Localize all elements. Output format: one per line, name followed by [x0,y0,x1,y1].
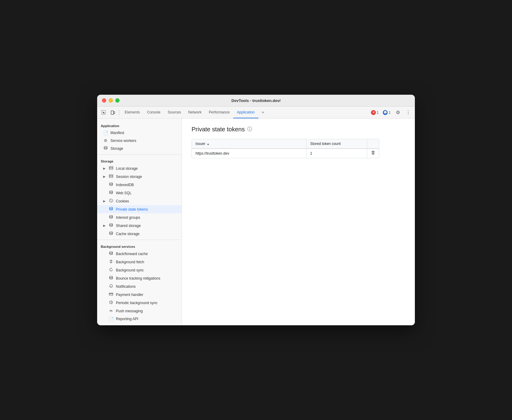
titlebar: DevTools - trusttoken.dev/ [97,95,415,107]
maximize-button[interactable] [115,98,120,103]
svg-point-11 [110,191,113,192]
notifications-icon [109,284,113,289]
sidebar-item-payment-handler[interactable]: Payment handler [97,290,182,299]
col-header-issuer[interactable]: Issuer ▲ [192,139,306,148]
sidebar-item-storage-app[interactable]: Storage [97,144,182,153]
sidebar-label-web-sql: Web SQL [116,191,132,195]
local-storage-icon [109,166,113,171]
tab-performance[interactable]: Performance [205,107,233,118]
sidebar-item-background-fetch[interactable]: Background fetch [97,258,182,266]
window-title: DevTools - trusttoken.dev/ [231,98,281,103]
delete-row-button[interactable] [369,149,377,158]
svg-rect-1 [111,111,113,114]
col-header-count: Stored token count [306,139,367,148]
sidebar-item-reporting-api[interactable]: 📄 Reporting API [97,315,182,323]
sidebar-label-interest-groups: Interest groups [116,215,140,220]
sidebar-item-bounce-tracking[interactable]: Bounce tracking mitigations [97,274,182,282]
sidebar-item-indexeddb[interactable]: IndexedDB [97,181,182,189]
cell-issuer: https://trusttoken.dev [192,149,306,158]
sidebar-section-background-services: Background services [97,242,182,250]
tab-console[interactable]: Console [143,107,164,118]
sidebar-item-session-storage[interactable]: ▶ Session storage [97,172,182,181]
sidebar-label-shared-storage: Shared storage [116,224,141,228]
info-badge-button[interactable]: 💬 1 [382,110,392,116]
cell-count: 1 [306,149,367,158]
toolbar-tabs: Elements Console Sources Network Perform… [121,107,369,118]
svg-point-21 [110,276,113,277]
reporting-api-icon: 📄 [109,317,113,321]
sidebar-item-push-messaging[interactable]: Push messaging [97,307,182,315]
cell-action [367,149,379,158]
sidebar-item-cache-storage[interactable]: Cache storage [97,230,182,238]
toolbar: Elements Console Sources Network Perform… [97,107,415,119]
sidebar-divider-2 [97,240,182,240]
svg-rect-4 [109,166,113,169]
sidebar-item-interest-groups[interactable]: Interest groups [97,213,182,221]
svg-rect-2 [113,112,115,114]
tab-more[interactable]: » [258,107,268,118]
tab-application[interactable]: Application [233,107,258,118]
svg-point-15 [111,200,112,200]
sidebar-label-manifest: Manifest [110,131,124,135]
sidebar-label-cache-storage: Cache storage [116,232,139,236]
tab-network[interactable]: Network [185,107,205,118]
tab-sources[interactable]: Sources [164,107,185,118]
sidebar-divider-1 [97,154,182,155]
more-options-button[interactable]: ⋮ [404,108,412,117]
settings-button[interactable]: ⚙ [394,108,402,117]
sidebar-label-back-forward-cache: Back/forward cache [116,252,148,256]
session-storage-icon [109,174,113,179]
periodic-background-sync-icon [109,300,113,305]
device-toolbar-button[interactable] [109,108,117,117]
background-sync-icon [109,267,113,273]
sidebar-label-payment-handler: Payment handler [116,293,143,297]
svg-point-3 [104,146,107,148]
main-area: Application 📄 Manifest ⚙ Service workers… [97,119,415,325]
expand-arrow-session-storage: ▶ [103,175,106,178]
info-count: 1 [389,110,391,115]
sidebar-item-service-workers[interactable]: ⚙ Service workers [97,137,182,144]
manifest-icon: 📄 [103,130,108,135]
close-button[interactable] [102,98,106,103]
inspect-element-button[interactable] [100,108,108,117]
minimize-button[interactable] [109,98,113,103]
sidebar-item-shared-storage[interactable]: ▶ Shared storage [97,221,182,230]
error-badge-button[interactable]: ✕ 1 [370,110,380,116]
toolbar-right: ✕ 1 💬 1 ⚙ ⋮ [370,108,412,117]
info-circle-icon[interactable]: ⓘ [247,126,252,133]
content-area: Private state tokens ⓘ Issuer ▲ Stored t… [182,119,415,325]
expand-arrow-local-storage: ▶ [103,167,106,170]
svg-point-18 [110,224,113,225]
sidebar-item-private-state-tokens[interactable]: Private state tokens [97,205,182,213]
indexeddb-icon [109,182,113,187]
sidebar-item-back-forward-cache[interactable]: Back/forward cache [97,250,182,258]
sidebar-item-background-sync[interactable]: Background sync [97,266,182,274]
web-sql-icon [109,190,113,195]
sidebar-item-cookies[interactable]: ▶ Cookies [97,197,182,205]
trash-icon [371,150,376,155]
device-icon [110,110,115,115]
private-state-tokens-icon [109,207,113,212]
info-icon: 💬 [383,110,388,115]
sidebar-label-private-state-tokens: Private state tokens [116,207,148,212]
back-forward-cache-icon [109,251,113,256]
sidebar-item-web-sql[interactable]: Web SQL [97,189,182,197]
service-workers-icon: ⚙ [103,138,108,143]
table-header: Issuer ▲ Stored token count [192,139,379,149]
sidebar-label-background-sync: Background sync [116,268,144,272]
cookies-icon [109,199,113,204]
sidebar-item-manifest[interactable]: 📄 Manifest [97,129,182,137]
tab-elements[interactable]: Elements [121,107,143,118]
sidebar-label-indexeddb: IndexedDB [116,183,134,187]
page-title-row: Private state tokens ⓘ [192,126,405,133]
sidebar-section-application: Application [97,121,182,129]
sidebar-item-periodic-background-sync[interactable]: Periodic background sync [97,299,182,307]
sidebar-label-push-messaging: Push messaging [116,309,143,313]
cursor-icon [101,110,106,115]
svg-point-17 [110,215,113,217]
sidebar-item-local-storage[interactable]: ▶ Local storage [97,164,182,172]
sidebar-item-notifications[interactable]: Notifications [97,282,182,290]
cache-storage-icon [109,231,113,236]
sidebar-section-storage: Storage [97,156,182,164]
sidebar-label-cookies: Cookies [116,199,129,203]
